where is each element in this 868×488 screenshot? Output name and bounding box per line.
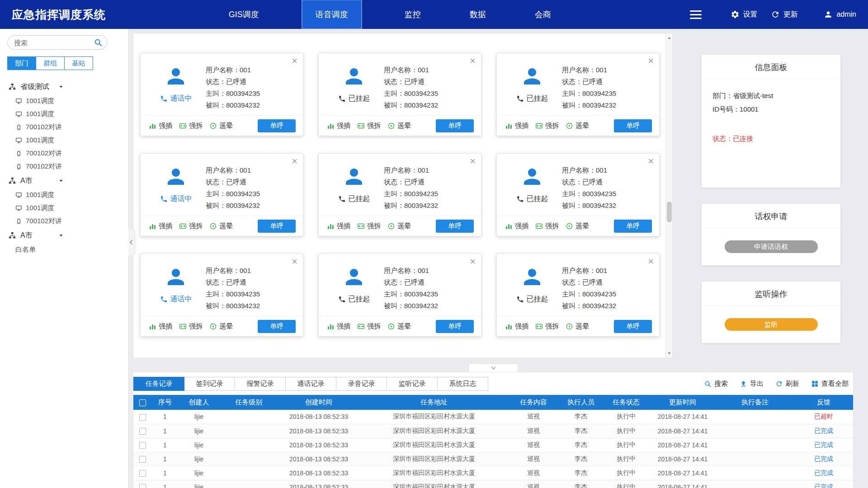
row-checkbox[interactable] (139, 428, 146, 435)
remote-stun-button[interactable]: 遥晕 (209, 222, 233, 230)
monitor-button[interactable]: 监听 (725, 318, 818, 331)
sidebar-tab-群组[interactable]: 群组 (36, 56, 65, 70)
force-teardown-button[interactable]: 强拆 (357, 222, 381, 230)
force-insert-button[interactable]: 强插 (505, 222, 528, 230)
feedback-link[interactable]: 已完成 (814, 455, 833, 462)
force-insert-button[interactable]: 强插 (149, 322, 172, 331)
scroll-down-icon[interactable] (666, 350, 672, 357)
close-icon[interactable]: × (470, 155, 476, 167)
record-tab-报警记录[interactable]: 报警记录 (235, 377, 286, 391)
nav-item-语音调度[interactable]: 语音调度 (302, 0, 362, 29)
force-insert-button[interactable]: 强插 (327, 222, 350, 230)
force-teardown-button[interactable]: 强拆 (179, 222, 203, 230)
force-insert-button[interactable]: 强插 (327, 122, 350, 130)
search-input[interactable] (7, 35, 108, 50)
feedback-link[interactable]: 已完成 (814, 427, 833, 434)
tree-item[interactable]: 白名单 (0, 243, 128, 256)
record-tab-监听记录[interactable]: 监听记录 (387, 377, 438, 391)
update-button[interactable]: 更新 (771, 10, 797, 19)
force-teardown-button[interactable]: 强拆 (535, 222, 559, 230)
settings-button[interactable]: 设置 (731, 10, 757, 19)
row-checkbox[interactable] (139, 470, 146, 477)
force-insert-button[interactable]: 强插 (505, 322, 528, 331)
tree-item[interactable]: 700102对讲 (0, 121, 128, 134)
close-icon[interactable]: × (292, 256, 297, 267)
nav-item-GIS调度[interactable]: GIS调度 (222, 0, 265, 29)
single-call-button[interactable]: 单呼 (436, 119, 474, 132)
remote-stun-button[interactable]: 遥晕 (387, 322, 411, 331)
tree-item[interactable]: 1001调度 (0, 108, 128, 121)
force-teardown-button[interactable]: 强拆 (535, 322, 559, 331)
record-tab-录音记录[interactable]: 录音记录 (336, 377, 387, 391)
force-insert-button[interactable]: 强插 (327, 322, 350, 331)
feedback-link[interactable]: 已完成 (814, 469, 833, 476)
record-tab-签到记录[interactable]: 签到记录 (184, 377, 235, 391)
single-call-button[interactable]: 单呼 (258, 320, 296, 333)
remote-stun-button[interactable]: 遥晕 (566, 222, 589, 230)
single-call-button[interactable]: 单呼 (436, 320, 474, 333)
remote-stun-button[interactable]: 遥晕 (387, 122, 411, 130)
scroll-up-icon[interactable] (666, 35, 672, 41)
remote-stun-button[interactable]: 遥晕 (387, 222, 411, 230)
tree-item[interactable]: 700102对讲 (0, 215, 128, 228)
select-all-checkbox[interactable] (139, 399, 146, 406)
feedback-link[interactable]: 已完成 (814, 483, 833, 488)
sidebar-collapse-button[interactable] (128, 228, 135, 256)
remote-stun-button[interactable]: 遥晕 (566, 122, 589, 130)
single-call-button[interactable]: 单呼 (614, 119, 652, 132)
force-teardown-button[interactable]: 强拆 (179, 122, 203, 130)
feedback-link[interactable]: 已完成 (814, 441, 833, 448)
close-icon[interactable]: × (292, 155, 297, 167)
toolbar-view-all-button[interactable]: 查看全部 (811, 380, 849, 388)
force-insert-button[interactable]: 强插 (149, 222, 172, 230)
single-call-button[interactable]: 单呼 (258, 119, 296, 132)
single-call-button[interactable]: 单呼 (614, 320, 652, 333)
remote-stun-button[interactable]: 遥晕 (566, 322, 589, 331)
row-checkbox[interactable] (139, 456, 146, 463)
close-icon[interactable]: × (470, 256, 476, 267)
hamburger-menu-icon[interactable] (690, 10, 702, 19)
close-icon[interactable]: × (648, 55, 654, 67)
toolbar-refresh-button[interactable]: 刷新 (775, 380, 799, 388)
force-insert-button[interactable]: 强插 (149, 122, 172, 130)
sidebar-tab-部门[interactable]: 部门 (7, 56, 36, 70)
tree-item[interactable]: 1001调度 (0, 134, 128, 147)
tree-group[interactable]: A市 (0, 173, 128, 188)
record-tab-任务记录[interactable]: 任务记录 (133, 377, 184, 391)
nav-item-监控[interactable]: 监控 (398, 0, 427, 29)
cards-scrollbar[interactable] (665, 33, 672, 358)
record-tab-系统日志[interactable]: 系统日志 (437, 377, 488, 391)
close-icon[interactable]: × (292, 55, 297, 67)
remote-stun-button[interactable]: 遥晕 (209, 122, 233, 130)
bottom-panel-collapse-button[interactable] (468, 363, 518, 372)
row-checkbox[interactable] (139, 414, 146, 421)
feedback-link[interactable]: 已超时 (814, 413, 833, 420)
tree-item[interactable]: 1001调度 (0, 188, 128, 202)
sidebar-tab-基站[interactable]: 基站 (64, 56, 93, 70)
force-teardown-button[interactable]: 强拆 (357, 322, 381, 331)
tree-item[interactable]: 1001调度 (0, 94, 128, 108)
single-call-button[interactable]: 单呼 (614, 220, 652, 233)
user-menu[interactable]: admin (824, 10, 856, 19)
force-insert-button[interactable]: 强插 (505, 122, 528, 130)
tree-item[interactable]: 700102对讲 (0, 160, 128, 173)
nav-item-数据[interactable]: 数据 (463, 0, 492, 29)
tree-item[interactable]: 1001调度 (0, 202, 128, 215)
close-icon[interactable]: × (648, 256, 654, 267)
force-teardown-button[interactable]: 强拆 (179, 322, 203, 331)
single-call-button[interactable]: 单呼 (258, 220, 296, 233)
toolbar-export-button[interactable]: 导出 (740, 380, 764, 388)
tree-item[interactable]: 700102对讲 (0, 147, 128, 160)
force-teardown-button[interactable]: 强拆 (535, 122, 559, 130)
search-icon[interactable] (94, 38, 103, 47)
scrollbar-thumb[interactable] (667, 202, 672, 222)
record-tab-通话记录[interactable]: 通话记录 (285, 377, 336, 391)
force-teardown-button[interactable]: 强拆 (357, 122, 381, 130)
tree-group[interactable]: 省级测试 (0, 79, 128, 94)
tree-group[interactable]: A市 (0, 228, 128, 243)
remote-stun-button[interactable]: 遥晕 (209, 322, 233, 331)
request-floor-button[interactable]: 申请话语权 (725, 240, 818, 253)
single-call-button[interactable]: 单呼 (436, 220, 474, 233)
nav-item-会商[interactable]: 会商 (528, 0, 557, 29)
row-checkbox[interactable] (139, 442, 146, 449)
